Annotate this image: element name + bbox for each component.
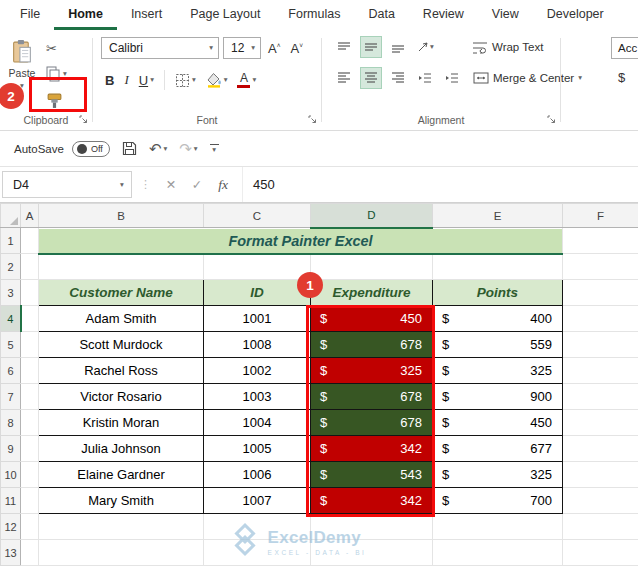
- cell-customer-name[interactable]: Julia Johnson: [39, 436, 204, 462]
- cell-A7[interactable]: [21, 384, 39, 410]
- row-header-7[interactable]: 7: [1, 384, 21, 410]
- cell-A4[interactable]: [21, 306, 39, 332]
- cell-B13[interactable]: [39, 540, 204, 566]
- row-header-3[interactable]: 3: [1, 280, 21, 306]
- formula-bar-handle[interactable]: ⋮: [140, 178, 152, 191]
- cell-A9[interactable]: [21, 436, 39, 462]
- table-header-expenditure[interactable]: Expenditure: [311, 280, 433, 306]
- tab-developer[interactable]: Developer: [533, 0, 618, 30]
- font-color-button[interactable]: A ▾: [237, 72, 256, 89]
- cell-id[interactable]: 1001: [204, 306, 311, 332]
- row-header-5[interactable]: 5: [1, 332, 21, 358]
- cell-F9[interactable]: [563, 436, 638, 462]
- cell-F4[interactable]: [563, 306, 638, 332]
- cell-F12[interactable]: [563, 514, 638, 540]
- undo-button[interactable]: ↶▾: [149, 140, 167, 158]
- align-middle-button[interactable]: [361, 37, 381, 57]
- row-header-12[interactable]: 12: [1, 514, 21, 540]
- cell-points[interactable]: $700: [433, 488, 563, 514]
- column-header-A[interactable]: A: [21, 204, 39, 228]
- tab-formulas[interactable]: Formulas: [274, 0, 354, 30]
- decrease-indent-button[interactable]: [415, 68, 435, 88]
- orientation-button[interactable]: ▾: [415, 37, 435, 57]
- clipboard-dialog-launcher[interactable]: [79, 115, 88, 124]
- cell-E13[interactable]: [433, 540, 563, 566]
- cell-customer-name[interactable]: Scott Murdock: [39, 332, 204, 358]
- fill-color-button[interactable]: ▾: [206, 72, 228, 88]
- row-header-8[interactable]: 8: [1, 410, 21, 436]
- cell-points[interactable]: $450: [433, 410, 563, 436]
- cell-F10[interactable]: [563, 462, 638, 488]
- cell-F1[interactable]: [563, 228, 638, 254]
- cell-id[interactable]: 1007: [204, 488, 311, 514]
- cell-points[interactable]: $325: [433, 358, 563, 384]
- cell-A6[interactable]: [21, 358, 39, 384]
- tab-file[interactable]: File: [6, 0, 54, 30]
- accounting-format-button[interactable]: $: [618, 70, 625, 85]
- confirm-entry-button[interactable]: ✓: [184, 177, 210, 192]
- tab-data[interactable]: Data: [354, 0, 408, 30]
- row-header-10[interactable]: 10: [1, 462, 21, 488]
- table-header-customer-name[interactable]: Customer Name: [39, 280, 204, 306]
- save-button[interactable]: [122, 141, 137, 156]
- row-header-13[interactable]: 13: [1, 540, 21, 566]
- cell-A2[interactable]: [21, 254, 39, 280]
- tab-review[interactable]: Review: [409, 0, 478, 30]
- cell-A3[interactable]: [21, 280, 39, 306]
- cell-A13[interactable]: [21, 540, 39, 566]
- alignment-dialog-launcher[interactable]: [547, 115, 556, 124]
- align-right-button[interactable]: [388, 68, 408, 88]
- cell-E2[interactable]: [433, 254, 563, 280]
- cell-customer-name[interactable]: Adam Smith: [39, 306, 204, 332]
- shrink-font-button[interactable]: A˅: [287, 40, 305, 57]
- insert-function-button[interactable]: fx: [210, 177, 236, 193]
- worksheet-title[interactable]: Format Painter Excel: [39, 228, 563, 254]
- cell-id[interactable]: 1003: [204, 384, 311, 410]
- cell-F7[interactable]: [563, 384, 638, 410]
- select-all-corner[interactable]: [1, 204, 21, 228]
- font-size-select[interactable]: 12 ▾: [223, 37, 261, 59]
- cell-F3[interactable]: [563, 280, 638, 306]
- cell-E12[interactable]: [433, 514, 563, 540]
- row-header-9[interactable]: 9: [1, 436, 21, 462]
- cell-points[interactable]: $400: [433, 306, 563, 332]
- tab-insert[interactable]: Insert: [117, 0, 176, 30]
- cell-customer-name[interactable]: Rachel Ross: [39, 358, 204, 384]
- align-top-button[interactable]: [334, 37, 354, 57]
- bold-button[interactable]: B: [105, 73, 114, 88]
- column-header-E[interactable]: E: [433, 204, 563, 228]
- column-header-D[interactable]: D: [311, 204, 433, 228]
- cell-D2[interactable]: [311, 254, 433, 280]
- cell-A10[interactable]: [21, 462, 39, 488]
- redo-button[interactable]: ↷▾: [179, 140, 197, 158]
- cell-A1[interactable]: [21, 228, 39, 254]
- align-bottom-button[interactable]: [388, 37, 408, 57]
- font-dialog-launcher[interactable]: [308, 115, 317, 124]
- cancel-entry-button[interactable]: ✕: [158, 177, 184, 192]
- table-header-id[interactable]: ID: [204, 280, 311, 306]
- name-box[interactable]: D4 ▾: [2, 171, 132, 198]
- grow-font-button[interactable]: A˄: [265, 40, 283, 57]
- cell-id[interactable]: 1005: [204, 436, 311, 462]
- cell-F8[interactable]: [563, 410, 638, 436]
- cell-id[interactable]: 1006: [204, 462, 311, 488]
- cut-button[interactable]: ✂: [46, 38, 67, 58]
- font-name-select[interactable]: Calibri ▾: [101, 37, 219, 59]
- cell-points[interactable]: $325: [433, 462, 563, 488]
- tab-view[interactable]: View: [478, 0, 533, 30]
- tab-page-layout[interactable]: Page Layout: [176, 0, 274, 30]
- increase-indent-button[interactable]: [442, 68, 462, 88]
- cell-A12[interactable]: [21, 514, 39, 540]
- align-left-button[interactable]: [334, 68, 354, 88]
- column-header-B[interactable]: B: [39, 204, 204, 228]
- column-header-C[interactable]: C: [204, 204, 311, 228]
- cell-id[interactable]: 1002: [204, 358, 311, 384]
- row-header-6[interactable]: 6: [1, 358, 21, 384]
- cell-F13[interactable]: [563, 540, 638, 566]
- row-header-2[interactable]: 2: [1, 254, 21, 280]
- cell-customer-name[interactable]: Kristin Moran: [39, 410, 204, 436]
- cell-B2[interactable]: [39, 254, 204, 280]
- cell-F11[interactable]: [563, 488, 638, 514]
- tab-home[interactable]: Home: [54, 0, 117, 30]
- customize-qat-button[interactable]: ▾: [210, 144, 219, 154]
